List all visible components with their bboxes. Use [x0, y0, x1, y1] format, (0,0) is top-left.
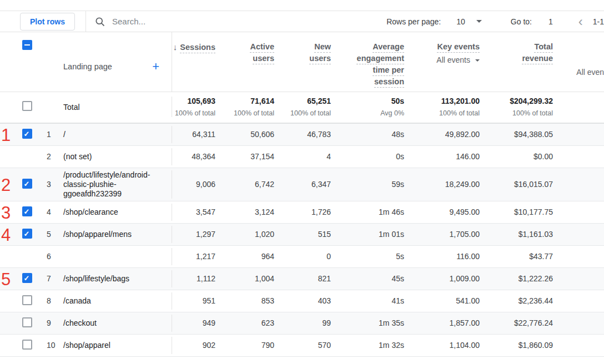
metric-cell: 4 — [281, 152, 338, 161]
landing-page-cell: /product/lifestyle/android-classic-plush… — [63, 170, 172, 199]
row-number: 6 — [47, 252, 63, 261]
row-number: 9 — [47, 318, 63, 328]
table-row: 2 3 /product/lifestyle/android-classic-p… — [0, 168, 604, 201]
totals-row: Total 105,693100% of total 71,614100% of… — [0, 92, 604, 124]
metric-cell: 1,104.00 — [411, 341, 486, 350]
go-to-input[interactable]: 1 — [548, 17, 553, 26]
landing-page-text: /shop/apparel/mens — [63, 230, 132, 239]
metric-cell: 1,112 — [172, 274, 222, 284]
row-checkbox[interactable] — [22, 273, 32, 283]
landing-page-text: (not set) — [63, 152, 92, 161]
metric-cell: $94,388.05 — [486, 130, 560, 139]
landing-page-cell: /checkout — [63, 315, 172, 332]
column-header-cutoff[interactable]: All events — [560, 32, 604, 78]
analytics-table-page: Plot rows Rows per page: 10 Go to: 1 ‹ 1… — [0, 0, 604, 364]
landing-page-cell: /shop/lifestyle/bags — [63, 270, 172, 287]
table-row: 2 (not set) 48,364 37,154 4 0s 146.00 $0… — [0, 146, 604, 168]
row-number: 1 — [47, 130, 63, 139]
caret-down-icon[interactable] — [476, 20, 482, 23]
metric-cell: 1m 46s — [338, 208, 411, 217]
column-header-key-events[interactable]: Key events All events — [411, 32, 486, 66]
search-input[interactable] — [112, 17, 212, 26]
rows-per-page-label: Rows per page: — [386, 17, 441, 26]
cutoff-events-filter[interactable]: All events — [560, 67, 604, 78]
row-checkbox-cell — [0, 151, 47, 163]
metric-cell: 46,783 — [281, 130, 338, 139]
metric-cell: $1,860.09 — [486, 341, 560, 350]
table-row: 4 5 /shop/apparel/mens 1,297 1,020 515 1… — [0, 224, 604, 246]
metric-cell: 18,249.00 — [411, 180, 486, 189]
metric-cell: $0.00 — [486, 152, 560, 161]
metric-cell: 5s — [338, 252, 411, 261]
column-header-active-users[interactable]: Active users — [222, 32, 281, 64]
landing-page-text: /shop/lifestyle/bags — [63, 274, 129, 284]
metric-cell: 9,495.00 — [411, 208, 486, 217]
row-checkbox-cell: 4 — [0, 229, 47, 240]
metric-cell: $1,161.03 — [486, 230, 560, 239]
add-column-icon[interactable]: + — [152, 61, 159, 72]
column-header-total-revenue[interactable]: Total revenue — [486, 32, 560, 64]
row-checkbox-cell: 5 — [0, 273, 47, 285]
metric-cell: 146.00 — [411, 152, 486, 161]
search-field[interactable] — [94, 16, 212, 27]
pagination-range: 1-1 — [593, 17, 604, 26]
plot-annotation-number: 5 — [1, 270, 11, 287]
totals-revenue: $204,299.32100% of total — [486, 97, 560, 117]
totals-active-users: 71,614100% of total — [222, 97, 281, 117]
metric-cell: 570 — [281, 341, 338, 350]
select-all-checkbox[interactable] — [22, 40, 32, 50]
totals-key-events: 113,201.00100% of total — [411, 97, 486, 117]
table-body: 1 1 / 64,311 50,606 46,783 48s 49,892.00… — [0, 124, 604, 357]
row-checkbox[interactable] — [22, 340, 32, 350]
table-row: 5 7 /shop/lifestyle/bags 1,112 1,004 821… — [0, 268, 604, 290]
metric-cell: 853 — [222, 296, 281, 306]
landing-page-cell: (not set) — [63, 148, 172, 165]
rows-per-page-value[interactable]: 10 — [456, 17, 465, 26]
table-row: 6 1,217 964 0 5s 116.00 $43.77 — [0, 246, 604, 268]
metric-cell: 3,547 — [172, 208, 222, 217]
column-header-sessions[interactable]: ↓Sessions — [172, 32, 222, 53]
table-row: 1 1 / 64,311 50,606 46,783 48s 49,892.00… — [0, 124, 604, 146]
row-checkbox[interactable] — [22, 206, 32, 216]
plot-annotation-number: 3 — [1, 204, 11, 221]
metric-cell: $22,776.24 — [486, 318, 560, 328]
metric-cell: 1m 01s — [338, 230, 411, 239]
metric-cell: 6,742 — [222, 180, 281, 189]
totals-checkbox[interactable] — [22, 101, 32, 111]
column-header-new-users[interactable]: New users — [281, 32, 338, 64]
metric-cell: 116.00 — [411, 252, 486, 261]
row-number: 4 — [47, 208, 63, 217]
row-checkbox[interactable] — [22, 129, 32, 139]
caret-down-icon — [475, 59, 480, 62]
row-checkbox[interactable] — [22, 179, 32, 189]
row-checkbox[interactable] — [22, 229, 32, 239]
row-checkbox[interactable] — [22, 295, 32, 305]
metric-cell: 9,006 — [172, 180, 222, 189]
plot-annotation-number: 2 — [1, 176, 11, 193]
metric-cell: 403 — [281, 296, 338, 306]
key-events-filter[interactable]: All events — [411, 54, 480, 66]
plot-rows-button[interactable]: Plot rows — [20, 13, 75, 31]
previous-page-icon[interactable]: ‹ — [578, 16, 583, 27]
metric-cell: 50,606 — [222, 130, 281, 139]
landing-page-text: /checkout — [63, 318, 97, 328]
metric-cell: 99 — [281, 318, 338, 328]
metric-cell: 1,726 — [281, 208, 338, 217]
metric-cell: 951 — [172, 296, 222, 306]
metric-cell: 1,297 — [172, 230, 222, 239]
row-checkbox[interactable] — [22, 317, 32, 327]
landing-page-text: /shop/clearance — [63, 208, 118, 217]
column-header-avg-engagement[interactable]: Average engagement time per session — [338, 32, 411, 88]
row-checkbox-cell — [0, 295, 47, 307]
landing-page-text: /canada — [63, 296, 91, 306]
dimension-header-label[interactable]: Landing page — [63, 62, 112, 71]
metric-cell: 1,857.00 — [411, 318, 486, 328]
totals-label-cell: Total — [63, 97, 172, 117]
row-number: 8 — [47, 296, 63, 306]
row-number: 3 — [47, 180, 63, 189]
landing-page-text: /shop/apparel — [63, 341, 110, 350]
row-checkbox-cell: 1 — [0, 129, 47, 140]
metric-cell: 64,311 — [172, 130, 222, 139]
metric-cell: 515 — [281, 230, 338, 239]
metric-cell: 48s — [338, 130, 411, 139]
